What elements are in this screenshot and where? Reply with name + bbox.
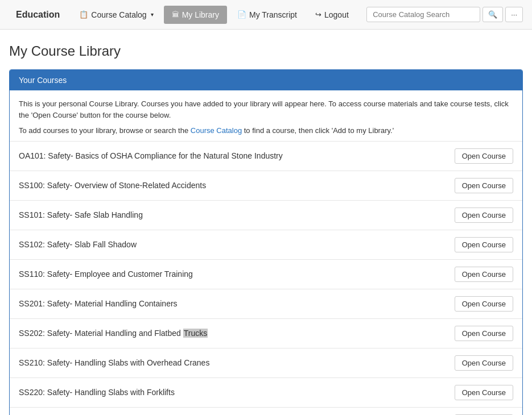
panel-description-1: This is your personal Course Library. Co… [19,98,513,121]
courses-panel: Your Courses This is your personal Cours… [9,69,523,415]
course-name: SS100: Safety- Overview of Stone-Related… [19,181,455,190]
catalog-icon: 📋 [79,10,88,19]
nav-my-library-label: My Library [182,10,219,19]
nav-my-transcript-label: My Transcript [249,10,297,19]
table-row: SS230: Safety- Handling Slabs with Sling… [10,407,522,416]
course-catalog-link[interactable]: Course Catalog [191,126,242,135]
table-row: OA101: Safety- Basics of OSHA Compliance… [10,141,522,171]
nav-course-catalog[interactable]: 📋 Course Catalog ▾ [71,6,161,24]
search-input[interactable] [366,7,480,22]
course-name: SS101: Safety- Safe Slab Handling [19,210,455,219]
panel-header: Your Courses [10,70,522,90]
table-row: SS220: Safety- Handling Slabs with Forkl… [10,377,522,407]
course-name: SS202: Safety- Material Handling and Fla… [19,329,455,338]
course-name: OA101: Safety- Basics of OSHA Compliance… [19,151,455,160]
main-content: My Course Library Your Courses This is y… [0,30,532,415]
table-row: SS110: Safety- Employee and Customer Tra… [10,259,522,289]
navbar: Education 📋 Course Catalog ▾ 🏛 My Librar… [0,0,532,30]
table-row: SS101: Safety- Safe Slab Handling Open C… [10,200,522,230]
open-course-button[interactable]: Open Course [455,148,513,164]
chevron-down-icon: ▾ [151,11,154,18]
course-name: SS220: Safety- Handling Slabs with Forkl… [19,388,455,397]
course-name-prefix: SS202: Safety- Material Handling and Fla… [19,329,183,338]
open-course-button[interactable]: Open Course [455,385,513,400]
panel-desc2-prefix: To add courses to your library, browse o… [19,126,191,135]
open-course-button[interactable]: Open Course [455,178,513,193]
panel-desc2-suffix: to find a course, then click 'Add to my … [242,126,394,135]
course-name: SS201: Safety- Material Handling Contain… [19,299,455,308]
open-course-button[interactable]: Open Course [455,355,513,371]
nav-logout[interactable]: ↪ Logout [307,6,357,24]
nav-logout-label: Logout [324,10,349,19]
course-name: SS210: Safety- Handling Slabs with Overh… [19,358,455,367]
course-name: SS110: Safety- Employee and Customer Tra… [19,269,455,279]
course-name-highlight: Trucks [183,329,208,338]
open-course-button[interactable]: Open Course [455,208,513,223]
search-area: 🔍 ··· [366,7,523,22]
logout-icon: ↪ [315,10,321,19]
search-button[interactable]: 🔍 [482,7,503,22]
nav-brand: Education [9,10,67,20]
nav-course-catalog-label: Course Catalog [91,10,146,19]
course-name: SS102: Safety- Slab Fall Shadow [19,240,455,249]
panel-description-2: To add courses to your library, browse o… [19,125,513,136]
page-title: My Course Library [9,43,523,59]
open-course-button[interactable]: Open Course [455,237,513,252]
table-row: SS102: Safety- Slab Fall Shadow Open Cou… [10,230,522,259]
open-course-button[interactable]: Open Course [455,296,513,312]
panel-body: This is your personal Course Library. Co… [10,90,522,136]
library-icon: 🏛 [172,10,179,19]
nav-my-transcript[interactable]: 📄 My Transcript [229,6,305,24]
more-button[interactable]: ··· [505,7,523,22]
nav-my-library[interactable]: 🏛 My Library [164,6,227,24]
open-course-button[interactable]: Open Course [455,267,513,282]
table-row: SS210: Safety- Handling Slabs with Overh… [10,348,522,377]
table-row: SS201: Safety- Material Handling Contain… [10,289,522,318]
table-row: SS100: Safety- Overview of Stone-Related… [10,171,522,200]
transcript-icon: 📄 [237,10,246,19]
more-icon: ··· [511,10,517,19]
table-row: SS202: Safety- Material Handling and Fla… [10,318,522,348]
open-course-button[interactable]: Open Course [455,326,513,341]
search-icon: 🔍 [488,10,497,19]
